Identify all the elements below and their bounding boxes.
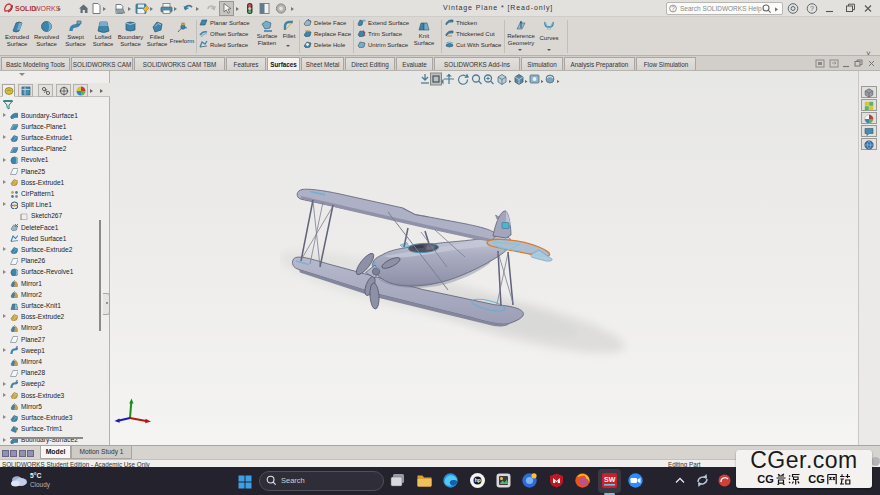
svg-text:Search SOLIDWORKS Help: Search SOLIDWORKS Help [680,5,762,13]
svg-text:WORKS: WORKS [34,5,61,12]
svg-text:hp: hp [475,477,481,483]
svg-text:SW: SW [604,476,616,483]
svg-text:?: ? [810,5,814,12]
svg-text:?: ? [671,5,675,12]
